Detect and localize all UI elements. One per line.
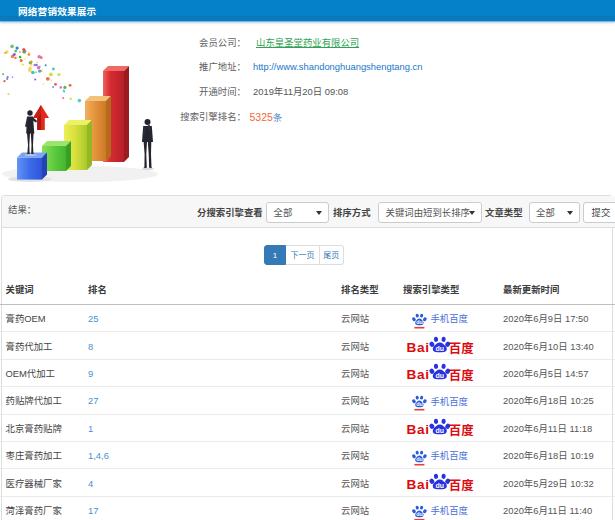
- svg-text:du: du: [436, 372, 445, 379]
- svg-text:du: du: [416, 456, 423, 462]
- svg-text:Bai: Bai: [406, 477, 430, 492]
- svg-text:百度: 百度: [449, 421, 474, 438]
- svg-text:Bai: Bai: [406, 340, 430, 355]
- svg-text:Bai: Bai: [406, 422, 430, 437]
- svg-text:百度: 百度: [449, 366, 474, 383]
- svg-text:du: du: [436, 345, 445, 352]
- svg-text:du: du: [416, 319, 423, 325]
- svg-text:du: du: [416, 401, 423, 407]
- svg-text:du: du: [436, 427, 445, 434]
- svg-text:百度: 百度: [449, 339, 474, 356]
- svg-text:百度: 百度: [449, 476, 474, 493]
- svg-text:du: du: [416, 511, 423, 517]
- svg-text:Bai: Bai: [406, 368, 430, 383]
- svg-text:du: du: [436, 482, 445, 489]
